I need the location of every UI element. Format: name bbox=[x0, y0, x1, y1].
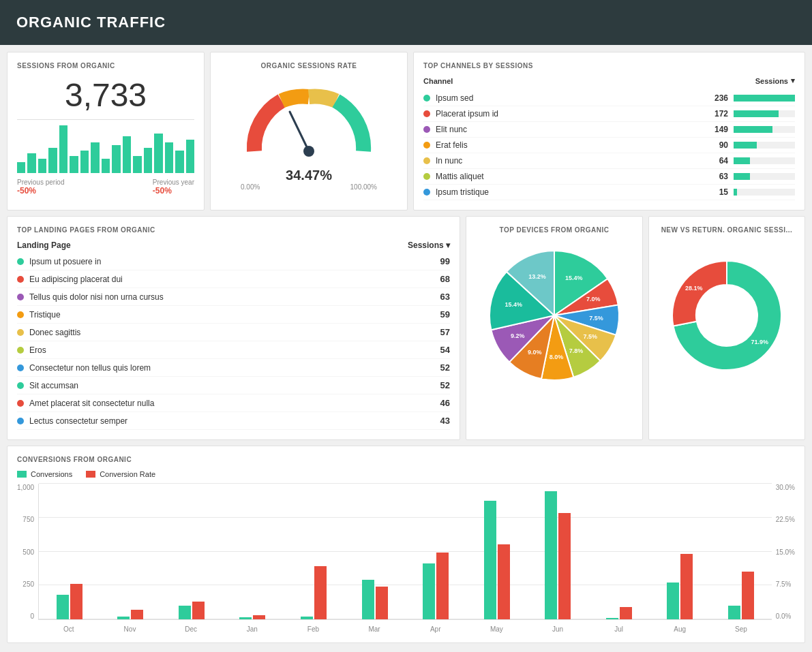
landing-row: Tellus quis dolor nisi non urna cursus 6… bbox=[17, 288, 450, 306]
month-group bbox=[588, 607, 650, 619]
channels-card: TOP CHANNELS BY SESSIONS Channel Session… bbox=[413, 52, 805, 211]
session-bar bbox=[175, 151, 183, 173]
landing-dot bbox=[17, 276, 24, 283]
month-label: Jan bbox=[222, 625, 283, 633]
landing-name: Eu adipiscing placerat dui bbox=[29, 275, 123, 284]
landing-left: Eu adipiscing placerat dui bbox=[17, 275, 123, 284]
channel-sessions: 15 bbox=[708, 187, 728, 197]
channel-left: Ipsum tristique bbox=[423, 187, 708, 197]
landing-row: Eros 54 bbox=[17, 341, 450, 359]
channels-header: Channel Sessions ▾ bbox=[423, 76, 795, 85]
month-label: Jul bbox=[588, 625, 650, 633]
month-label: Apr bbox=[405, 625, 466, 633]
sessions-title: SESSIONS FROM ORGANIC bbox=[17, 62, 194, 69]
channel-sessions: 90 bbox=[708, 140, 728, 150]
gauge-title: ORGANIC SESSIONS RATE bbox=[261, 62, 357, 69]
session-bar bbox=[17, 162, 25, 173]
month-group bbox=[100, 610, 162, 619]
conversions-card: CONVERSIONS FROM ORGANIC Conversions Con… bbox=[7, 446, 805, 643]
channel-name: Erat felis bbox=[436, 140, 468, 150]
conversion-bar bbox=[667, 583, 679, 619]
landing-header: Landing Page Sessions ▾ bbox=[17, 240, 450, 250]
rate-bar bbox=[70, 584, 82, 619]
landing-dot bbox=[17, 311, 24, 318]
conversion-bar bbox=[606, 618, 618, 619]
row-1: SESSIONS FROM ORGANIC 3,733 Previous per… bbox=[7, 52, 805, 211]
channel-bar-wrap bbox=[734, 126, 795, 133]
channel-row: Elit nunc 149 bbox=[423, 122, 795, 138]
svg-text:7.8%: 7.8% bbox=[569, 347, 584, 354]
channel-right: 90 bbox=[708, 140, 795, 150]
landing-name: Ipsum ut posuere in bbox=[29, 257, 101, 266]
channel-bar bbox=[734, 173, 750, 180]
rate-bar bbox=[680, 554, 693, 619]
channel-bar-wrap bbox=[734, 173, 795, 180]
conversion-bar bbox=[728, 606, 740, 619]
channel-right: 236 bbox=[708, 93, 795, 103]
landing-name: Consectetur non tellus quis lorem bbox=[29, 363, 151, 373]
session-bar bbox=[59, 125, 67, 173]
conversion-bar bbox=[239, 617, 252, 619]
landing-rows: Ipsum ut posuere in 99 Eu adipiscing pla… bbox=[17, 253, 450, 430]
legend-conversions-box bbox=[17, 471, 27, 478]
landing-row: Sit accumsan 52 bbox=[17, 377, 450, 394]
month-label: Feb bbox=[283, 625, 344, 633]
chart-wrapper: 1,0007505002500 OctNovDecJanFebMarAprMay… bbox=[17, 484, 795, 633]
landing-dot bbox=[17, 382, 24, 389]
legend-rate-box bbox=[86, 471, 95, 478]
channel-dot bbox=[423, 142, 430, 149]
rate-bar bbox=[620, 607, 632, 619]
y-label-right: 30.0% bbox=[776, 484, 795, 491]
landing-row: Lectus consectetur semper 43 bbox=[17, 412, 450, 430]
sessions-col-label[interactable]: Sessions ▾ bbox=[755, 76, 795, 85]
dashboard: SESSIONS FROM ORGANIC 3,733 Previous per… bbox=[0, 45, 812, 652]
rate-bar bbox=[436, 553, 449, 619]
x-labels: OctNovDecJanFebMarAprMayJunJulAugSep bbox=[38, 623, 772, 633]
landing-row: Consectetur non tellus quis lorem 52 bbox=[17, 359, 450, 377]
gauge-card: ORGANIC SESSIONS RATE 34.47% bbox=[210, 52, 408, 211]
y-label-right: 7.5% bbox=[776, 580, 792, 588]
landing-sessions-col[interactable]: Sessions ▾ bbox=[408, 240, 450, 250]
row-3: CONVERSIONS FROM ORGANIC Conversions Con… bbox=[7, 446, 805, 643]
channel-dot bbox=[423, 95, 430, 102]
channel-col-label: Channel bbox=[423, 77, 453, 85]
svg-text:7.5%: 7.5% bbox=[589, 315, 603, 322]
landing-dot bbox=[17, 294, 24, 300]
conversion-bar bbox=[301, 617, 313, 619]
channel-bar-wrap bbox=[734, 142, 795, 149]
month-label: Aug bbox=[649, 625, 710, 633]
landing-col-label: Landing Page bbox=[17, 240, 71, 250]
session-bar bbox=[70, 156, 78, 173]
grid-line bbox=[39, 551, 772, 552]
month-label: Nov bbox=[100, 625, 161, 633]
channel-row: In nunc 64 bbox=[423, 153, 795, 169]
channel-left: In nunc bbox=[423, 156, 708, 166]
chart-bars bbox=[38, 484, 772, 620]
session-bar bbox=[48, 148, 57, 173]
month-group bbox=[283, 566, 344, 619]
channel-bar bbox=[734, 157, 750, 164]
landing-row: Tristique 59 bbox=[17, 306, 450, 324]
channel-row: Placerat ipsum id 172 bbox=[423, 106, 795, 122]
month-label: Mar bbox=[344, 625, 405, 633]
session-bar bbox=[154, 134, 162, 173]
grid-line bbox=[39, 517, 772, 518]
channel-sessions: 236 bbox=[708, 93, 728, 103]
landing-sessions: 54 bbox=[440, 345, 450, 355]
landing-sessions: 59 bbox=[440, 309, 450, 320]
month-label: May bbox=[466, 625, 528, 633]
session-bar bbox=[144, 148, 152, 173]
y-axis-left: 1,0007505002500 bbox=[17, 484, 38, 620]
conversions-title: CONVERSIONS FROM ORGANIC bbox=[17, 456, 795, 463]
landing-left: Eros bbox=[17, 345, 46, 355]
landing-row: Donec sagittis 57 bbox=[17, 324, 450, 341]
rate-bar bbox=[253, 615, 265, 619]
month-label: Jun bbox=[527, 625, 588, 633]
month-group bbox=[405, 553, 466, 619]
rate-bar bbox=[558, 513, 571, 619]
channel-row: Mattis aliquet 63 bbox=[423, 169, 795, 185]
sessions-bar-chart bbox=[17, 125, 194, 173]
channel-name: Elit nunc bbox=[436, 125, 467, 134]
y-label-right: 0.0% bbox=[776, 612, 792, 620]
channel-left: Erat felis bbox=[423, 140, 708, 150]
